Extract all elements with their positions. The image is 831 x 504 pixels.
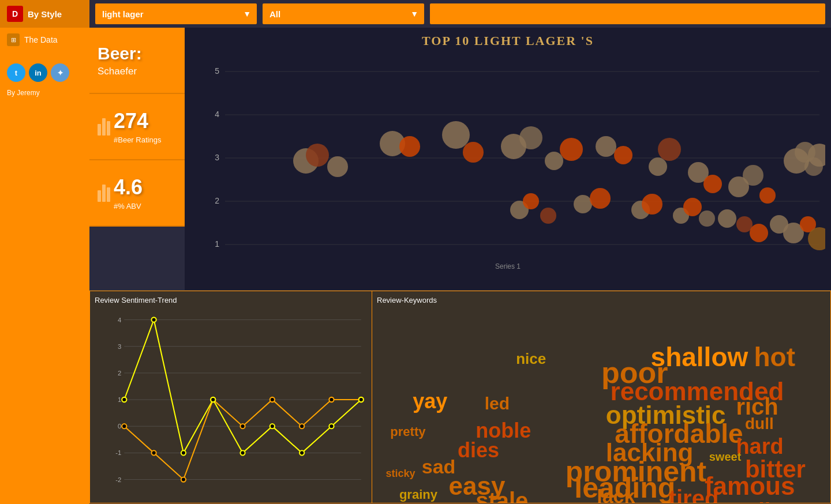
scatter-chart-svg: 5 4 3 2 1 Series 1 xyxy=(190,51,825,276)
ratings-value: 274 xyxy=(114,109,161,133)
svg-text:1: 1 xyxy=(215,239,219,249)
svg-point-27 xyxy=(703,175,722,193)
sentiment-chart-svg: 4 3 2 1 0 -1 -2 xyxy=(95,307,367,492)
svg-point-82 xyxy=(152,317,156,322)
sidebar-header[interactable]: D By Style xyxy=(0,0,89,28)
stat-cards: Beer: Schaefer 274 #Beer Ratings xyxy=(89,28,185,290)
word-cloud-word[interactable]: nice xyxy=(516,351,546,367)
svg-point-76 xyxy=(240,424,245,428)
word-cloud-word[interactable]: grainy xyxy=(399,488,437,502)
filter-dropdown[interactable]: All xyxy=(263,3,424,24)
svg-text:3: 3 xyxy=(118,343,121,350)
sidebar: D By Style ⊞ The Data t in ✦ By Jeremy xyxy=(0,0,89,504)
word-cloud-word[interactable]: dies xyxy=(458,439,499,462)
word-cloud-word[interactable]: dull xyxy=(745,415,774,433)
word-cloud-word[interactable]: pretty xyxy=(390,425,425,439)
svg-text:0: 0 xyxy=(118,423,121,430)
abv-card: 4.6 #% ABV xyxy=(89,160,185,227)
svg-point-45 xyxy=(718,209,736,228)
svg-point-12 xyxy=(306,144,329,167)
ratings-content: 274 #Beer Ratings xyxy=(114,109,161,144)
word-cloud-word[interactable]: led xyxy=(485,394,510,413)
custom-social-icon[interactable]: ✦ xyxy=(51,63,69,82)
bar-2 xyxy=(102,118,106,136)
bar-4 xyxy=(98,190,101,202)
ratings-bars-icon xyxy=(98,118,110,136)
abv-content: 4.6 #% ABV xyxy=(114,175,143,210)
style-dropdown-wrapper: light lager ▼ xyxy=(95,3,257,24)
top-section: Beer: Schaefer 274 #Beer Ratings xyxy=(89,28,831,290)
svg-point-46 xyxy=(736,216,753,232)
beer-card-title: Beer: xyxy=(98,44,177,63)
svg-point-79 xyxy=(329,397,334,402)
svg-point-23 xyxy=(614,146,632,164)
svg-point-81 xyxy=(122,397,126,402)
svg-text:Series 1: Series 1 xyxy=(495,262,521,270)
right-dropdown[interactable] xyxy=(430,3,825,24)
svg-point-17 xyxy=(463,142,484,163)
bar-6 xyxy=(107,187,110,202)
bottom-section: Review Sentiment-Trend 4 3 2 1 0 xyxy=(89,290,831,503)
sidebar-item-thedata[interactable]: ⊞ The Data xyxy=(0,28,89,52)
bar-5 xyxy=(102,185,106,202)
word-cloud-word[interactable]: hopeful xyxy=(628,502,728,503)
svg-point-72 xyxy=(122,424,126,428)
by-style-icon: D xyxy=(7,6,23,22)
svg-point-74 xyxy=(181,477,186,482)
word-cloud-word[interactable]: hot xyxy=(754,343,796,372)
beer-card: Beer: Schaefer xyxy=(89,28,185,94)
svg-point-20 xyxy=(545,152,563,170)
svg-point-83 xyxy=(181,450,186,455)
bar-1 xyxy=(98,124,101,136)
sentiment-chart: Review Sentiment-Trend 4 3 2 1 0 xyxy=(89,291,372,503)
svg-point-37 xyxy=(540,208,556,224)
svg-point-13 xyxy=(327,156,348,177)
svg-point-24 xyxy=(649,157,667,176)
style-dropdown[interactable]: light lager xyxy=(95,3,257,24)
word-cloud-word[interactable]: sweet xyxy=(709,450,742,463)
svg-point-78 xyxy=(300,424,304,428)
topbar: light lager ▼ All ▼ xyxy=(89,0,831,28)
svg-point-44 xyxy=(699,210,715,227)
svg-point-36 xyxy=(523,193,539,209)
twitter-icon[interactable]: t xyxy=(7,63,25,82)
word-cloud-word[interactable]: shallow xyxy=(651,343,748,372)
svg-point-29 xyxy=(743,165,763,186)
svg-point-16 xyxy=(442,121,470,149)
svg-text:2: 2 xyxy=(215,196,219,205)
svg-point-22 xyxy=(596,136,616,157)
abv-bars-icon xyxy=(98,185,110,202)
word-cloud-word[interactable]: lie xyxy=(758,499,783,503)
svg-point-19 xyxy=(519,126,542,149)
bar-3 xyxy=(107,121,110,136)
svg-point-88 xyxy=(329,424,334,428)
word-cloud-title: Review-Keywords xyxy=(377,296,826,304)
ratings-label: #Beer Ratings xyxy=(114,136,161,144)
word-cloud-word[interactable]: sticky xyxy=(386,468,415,480)
ratings-card: 274 #Beer Ratings xyxy=(89,94,185,160)
word-cloud-inner: poorniceshallowhotrecommendedyayledoptim… xyxy=(377,307,826,503)
svg-text:-1: -1 xyxy=(115,449,121,456)
svg-point-84 xyxy=(211,397,215,402)
content-area: Beer: Schaefer 274 #Beer Ratings xyxy=(89,28,831,504)
svg-point-89 xyxy=(359,397,364,402)
svg-text:1: 1 xyxy=(118,396,121,403)
word-cloud-word[interactable]: dying xyxy=(511,502,592,503)
svg-point-30 xyxy=(759,187,776,204)
svg-point-21 xyxy=(560,138,583,161)
svg-point-38 xyxy=(574,195,592,213)
svg-point-43 xyxy=(683,198,702,216)
svg-text:4: 4 xyxy=(118,317,121,324)
sentiment-title: Review Sentiment-Trend xyxy=(95,296,367,304)
scatter-chart-area: TOP 10 LIGHT LAGER 'S 5 4 3 2 1 Series 1 xyxy=(185,28,831,290)
word-cloud-word[interactable]: yay xyxy=(413,390,447,413)
linkedin-icon[interactable]: in xyxy=(29,63,47,82)
svg-point-15 xyxy=(399,136,420,157)
svg-point-87 xyxy=(300,450,304,455)
author-label: By Jeremy xyxy=(0,88,89,98)
svg-point-85 xyxy=(240,450,245,455)
svg-point-86 xyxy=(270,424,275,428)
svg-text:4: 4 xyxy=(215,110,219,119)
social-icons-group: t in ✦ xyxy=(0,58,89,88)
svg-text:3: 3 xyxy=(215,153,219,162)
